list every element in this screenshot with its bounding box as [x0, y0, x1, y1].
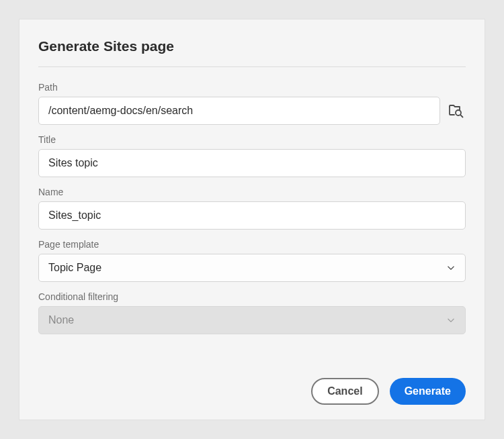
dialog-title: Generate Sites page — [38, 38, 466, 67]
dialog-footer: Cancel Generate — [38, 363, 466, 405]
page-template-field: Page template Topic Page — [38, 239, 466, 282]
generate-sites-page-dialog: Generate Sites page Path — [19, 19, 485, 420]
generate-button[interactable]: Generate — [390, 378, 466, 405]
path-input[interactable] — [38, 97, 440, 125]
page-template-label: Page template — [38, 239, 466, 250]
title-input[interactable] — [38, 149, 466, 177]
path-label: Path — [38, 82, 466, 93]
cancel-button[interactable]: Cancel — [311, 378, 378, 405]
page-template-value: Topic Page — [48, 262, 101, 274]
conditional-filtering-field: Conditional filtering None — [38, 291, 466, 334]
conditional-filtering-label: Conditional filtering — [38, 291, 466, 302]
conditional-filtering-value: None — [48, 314, 74, 326]
title-label: Title — [38, 134, 466, 145]
chevron-down-icon — [446, 263, 456, 273]
folder-search-icon — [448, 103, 464, 119]
title-field: Title — [38, 134, 466, 177]
browse-path-button[interactable] — [447, 101, 466, 120]
conditional-filtering-select: None — [38, 306, 466, 334]
name-input[interactable] — [38, 201, 466, 230]
path-row — [38, 97, 466, 125]
name-label: Name — [38, 187, 466, 197]
chevron-down-icon — [446, 315, 456, 325]
name-field: Name — [38, 187, 466, 230]
form-body: Path Title — [38, 67, 466, 363]
path-field: Path — [38, 82, 466, 125]
page-template-select[interactable]: Topic Page — [38, 254, 466, 282]
